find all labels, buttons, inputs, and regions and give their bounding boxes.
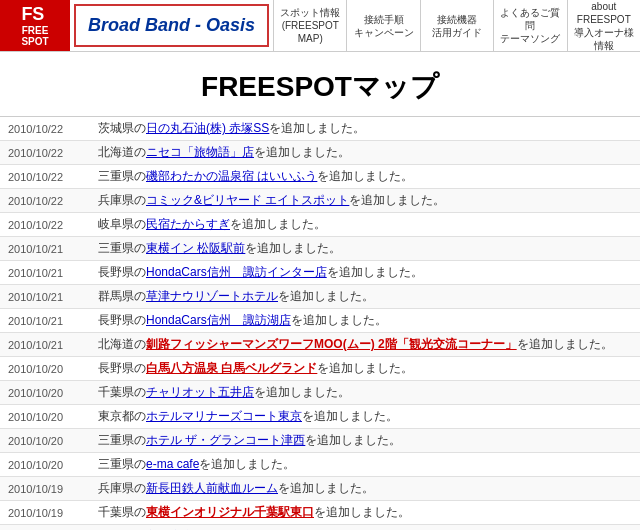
content-cell: 長野県の白馬八方温泉 白馬ベルグランドを追加しました。	[90, 357, 640, 381]
entry-suffix: を追加しました。	[254, 145, 350, 159]
entry-prefix: 北海道の	[98, 145, 146, 159]
entry-link[interactable]: 草津ナウリゾートホテル	[146, 289, 278, 303]
nav-area: スポット情報(FREESPOT MAP) 接続手順キャンペーン 接続機器活用ガイ…	[273, 0, 640, 51]
table-row: 2010/10/19千葉県の東横インオリジナル千葉駅東口を追加しました。	[0, 501, 640, 525]
entry-prefix: 千葉県の	[98, 385, 146, 399]
content-cell: 長野県のHondaCars信州 諏訪湖店を追加しました。	[90, 309, 640, 333]
table-row: 2010/10/22茨城県の日の丸石油(株) 赤塚SSを追加しました。	[0, 117, 640, 141]
content-cell: 三重県の東横イン 松阪駅前を追加しました。	[90, 237, 640, 261]
entry-suffix: を追加しました。	[305, 433, 401, 447]
entry-link[interactable]: HondaCars信州 諏訪湖店	[146, 313, 291, 327]
date-cell: 2010/10/21	[0, 285, 90, 309]
date-cell: 2010/10/22	[0, 165, 90, 189]
date-cell: 2010/10/22	[0, 213, 90, 237]
brand-area: Broad Band - Oasis	[74, 4, 269, 47]
entry-link[interactable]: ホテル ザ・グランコート津西	[146, 433, 305, 447]
date-cell: 2010/10/21	[0, 261, 90, 285]
entry-prefix: 茨城県の	[98, 121, 146, 135]
table-row: 2010/10/20長野県の白馬八方温泉 白馬ベルグランドを追加しました。	[0, 357, 640, 381]
entry-prefix: 東京都の	[98, 409, 146, 423]
entry-link[interactable]: e-ma cafe	[146, 457, 199, 471]
date-cell: 2010/10/22	[0, 141, 90, 165]
content-cell: 静岡県の富士宮市役所を追加しました。	[90, 525, 640, 531]
content-table: 2010/10/22茨城県の日の丸石油(株) 赤塚SSを追加しました。2010/…	[0, 117, 640, 530]
content-cell: 岐阜県の民宿たからすぎを追加しました。	[90, 213, 640, 237]
brand-title: Broad Band - Oasis	[88, 15, 255, 36]
page-title-area: FREESPOTマップ	[0, 52, 640, 117]
content-cell: 千葉県のチャリオット五井店を追加しました。	[90, 381, 640, 405]
entry-suffix: を追加しました。	[291, 313, 387, 327]
content-cell: 千葉県の東横インオリジナル千葉駅東口を追加しました。	[90, 501, 640, 525]
entry-suffix: を追加しました。	[278, 289, 374, 303]
nav-connect[interactable]: 接続手順キャンペーン	[346, 0, 419, 51]
content-cell: 三重県のe-ma cafeを追加しました。	[90, 453, 640, 477]
table-row: 2010/10/20千葉県のチャリオット五井店を追加しました。	[0, 381, 640, 405]
entry-suffix: を追加しました。	[317, 361, 413, 375]
entry-prefix: 長野県の	[98, 361, 146, 375]
entry-suffix: を追加しました。	[230, 217, 326, 231]
content-cell: 兵庫県のコミック&ビリヤード エイトスポットを追加しました。	[90, 189, 640, 213]
entry-prefix: 長野県の	[98, 265, 146, 279]
table-row: 2010/10/22三重県の磯部わたかの温泉宿 はいいふうを追加しました。	[0, 165, 640, 189]
entry-suffix: を追加しました。	[278, 481, 374, 495]
entry-suffix: を追加しました。	[245, 241, 341, 255]
table-row: 2010/10/20東京都のホテルマリナーズコート東京を追加しました。	[0, 405, 640, 429]
entry-link[interactable]: 日の丸石油(株) 赤塚SS	[146, 121, 269, 135]
table-row: 2010/10/20三重県のe-ma cafeを追加しました。	[0, 453, 640, 477]
date-cell: 2010/10/20	[0, 453, 90, 477]
entry-suffix: を追加しました。	[314, 505, 410, 519]
entry-link[interactable]: 白馬八方温泉 白馬ベルグランド	[146, 361, 317, 375]
page-title: FREESPOTマップ	[0, 68, 640, 106]
entry-link[interactable]: ホテルマリナーズコート東京	[146, 409, 302, 423]
content-cell: 群馬県の草津ナウリゾートホテルを追加しました。	[90, 285, 640, 309]
nav-spot-info[interactable]: スポット情報(FREESPOT MAP)	[273, 0, 346, 51]
entry-link[interactable]: 磯部わたかの温泉宿 はいいふう	[146, 169, 317, 183]
entry-prefix: 三重県の	[98, 457, 146, 471]
entry-prefix: 長野県の	[98, 313, 146, 327]
table-body: 2010/10/22茨城県の日の丸石油(株) 赤塚SSを追加しました。2010/…	[0, 117, 640, 530]
content-cell: 茨城県の日の丸石油(株) 赤塚SSを追加しました。	[90, 117, 640, 141]
nav-about[interactable]: about FREESPOT導入オーナ様情報	[567, 0, 640, 51]
date-cell: 2010/10/20	[0, 357, 90, 381]
date-cell: 2010/10/21	[0, 333, 90, 357]
table-row: 2010/10/21三重県の東横イン 松阪駅前を追加しました。	[0, 237, 640, 261]
entry-link[interactable]: 東横インオリジナル千葉駅東口	[146, 505, 314, 519]
entry-prefix: 千葉県の	[98, 505, 146, 519]
table-row: 2010/10/22北海道のニセコ「旅物語」店を追加しました。	[0, 141, 640, 165]
entry-link[interactable]: チャリオット五井店	[146, 385, 254, 399]
content-cell: 兵庫県の新長田鉄人前献血ルームを追加しました。	[90, 477, 640, 501]
entry-link[interactable]: 民宿たからすぎ	[146, 217, 230, 231]
date-cell: 2010/10/19	[0, 525, 90, 531]
date-cell: 2010/10/19	[0, 501, 90, 525]
entry-link[interactable]: ニセコ「旅物語」店	[146, 145, 254, 159]
entry-suffix: を追加しました。	[349, 193, 445, 207]
entry-suffix: を追加しました。	[327, 265, 423, 279]
entry-prefix: 群馬県の	[98, 289, 146, 303]
table-row: 2010/10/21長野県のHondaCars信州 諏訪湖店を追加しました。	[0, 309, 640, 333]
entry-link[interactable]: 新長田鉄人前献血ルーム	[146, 481, 278, 495]
entry-prefix: 北海道の	[98, 337, 146, 351]
entry-suffix: を追加しました。	[269, 121, 365, 135]
date-cell: 2010/10/22	[0, 117, 90, 141]
entry-prefix: 兵庫県の	[98, 193, 146, 207]
date-cell: 2010/10/20	[0, 381, 90, 405]
date-cell: 2010/10/20	[0, 429, 90, 453]
table-row: 2010/10/20三重県のホテル ザ・グランコート津西を追加しました。	[0, 429, 640, 453]
entry-suffix: を追加しました。	[317, 169, 413, 183]
entry-suffix: を追加しました。	[517, 337, 613, 351]
entry-link[interactable]: 釧路フィッシャーマンズワーフMOO(ムー) 2階「観光交流コーナー」	[146, 337, 517, 351]
entry-prefix: 三重県の	[98, 169, 146, 183]
entry-prefix: 三重県の	[98, 241, 146, 255]
entry-suffix: を追加しました。	[302, 409, 398, 423]
nav-faq[interactable]: よくあるご質問テーマソング	[493, 0, 566, 51]
entry-link[interactable]: 東横イン 松阪駅前	[146, 241, 245, 255]
content-cell: 三重県の磯部わたかの温泉宿 はいいふうを追加しました。	[90, 165, 640, 189]
nav-equipment[interactable]: 接続機器活用ガイド	[420, 0, 493, 51]
entry-link[interactable]: HondaCars信州 諏訪インター店	[146, 265, 327, 279]
entry-suffix: を追加しました。	[199, 457, 295, 471]
table-row: 2010/10/19兵庫県の新長田鉄人前献血ルームを追加しました。	[0, 477, 640, 501]
entry-prefix: 岐阜県の	[98, 217, 146, 231]
entry-link[interactable]: コミック&ビリヤード エイトスポット	[146, 193, 349, 207]
table-row: 2010/10/21長野県のHondaCars信州 諏訪インター店を追加しました…	[0, 261, 640, 285]
table-row: 2010/10/22岐阜県の民宿たからすぎを追加しました。	[0, 213, 640, 237]
